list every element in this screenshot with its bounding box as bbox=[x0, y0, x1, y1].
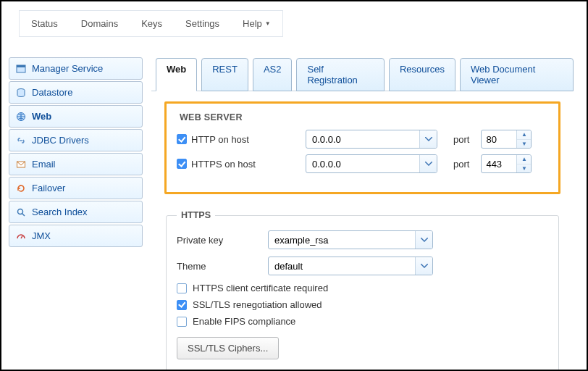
tab-rest[interactable]: REST bbox=[201, 58, 248, 91]
chevron-down-icon[interactable] bbox=[415, 257, 432, 275]
chevron-down-icon[interactable] bbox=[415, 231, 432, 249]
spinner-arrows: ▲ ▼ bbox=[516, 130, 531, 148]
client-cert-label: HTTPS client certificate required bbox=[193, 283, 328, 293]
chevron-down-icon[interactable]: ▼ bbox=[517, 164, 531, 173]
renegotiation-checkbox[interactable] bbox=[177, 300, 187, 310]
https-port-spinner[interactable]: ▲ ▼ bbox=[481, 154, 532, 173]
renegotiation-label: SSL/TLS renegotiation allowed bbox=[193, 299, 322, 310]
tab-row: Web REST AS2 Self Registration Resources… bbox=[156, 57, 574, 91]
tab-resources[interactable]: Resources bbox=[389, 58, 455, 91]
theme-input[interactable] bbox=[269, 257, 415, 275]
main-body: Manager Service Datastore Web JDBC Drive… bbox=[1, 57, 587, 371]
sidebar-item-jmx[interactable]: JMX bbox=[9, 225, 143, 247]
theme-combo[interactable] bbox=[268, 257, 433, 275]
tab-self-registration[interactable]: Self Registration bbox=[296, 58, 384, 91]
sidebar-item-datastore[interactable]: Datastore bbox=[9, 81, 143, 104]
https-title: HTTPS bbox=[177, 210, 215, 220]
https-port-input[interactable] bbox=[482, 155, 516, 172]
sidebar-item-label: Search Index bbox=[32, 207, 88, 217]
tab-web-document-viewer[interactable]: Web Document Viewer bbox=[460, 58, 574, 91]
theme-row: Theme bbox=[177, 257, 548, 275]
tab-web[interactable]: Web bbox=[156, 58, 197, 91]
app-window: Status Domains Keys Settings Help ▼ Mana… bbox=[0, 0, 588, 371]
http-port-input[interactable] bbox=[482, 130, 516, 148]
https-row: HTTPS on host port ▲ ▼ bbox=[177, 154, 548, 173]
private-key-label: Private key bbox=[177, 235, 268, 246]
https-host-input[interactable] bbox=[306, 155, 419, 172]
http-host-input[interactable] bbox=[306, 130, 419, 148]
sidebar-item-manager-service[interactable]: Manager Service bbox=[9, 57, 143, 80]
chevron-down-icon[interactable] bbox=[419, 130, 437, 148]
globe-icon bbox=[15, 111, 26, 122]
sidebar-item-label: Failover bbox=[32, 183, 65, 193]
web-server-section: WEB SERVER HTTP on host port bbox=[164, 101, 560, 194]
svg-rect-1 bbox=[17, 65, 25, 67]
sidebar-item-email[interactable]: Email bbox=[9, 153, 143, 175]
menu-help[interactable]: Help ▼ bbox=[231, 11, 282, 36]
sidebar-item-label: JMX bbox=[32, 230, 51, 241]
menu-status[interactable]: Status bbox=[20, 11, 70, 36]
top-menu: Status Domains Keys Settings Help ▼ bbox=[19, 10, 283, 37]
fips-row: Enable FIPS compliance bbox=[177, 316, 548, 327]
content-area: Web REST AS2 Self Registration Resources… bbox=[143, 57, 587, 371]
sidebar-item-label: Datastore bbox=[32, 87, 72, 98]
https-host-combo[interactable] bbox=[306, 154, 437, 173]
chevron-down-icon[interactable]: ▼ bbox=[517, 140, 531, 149]
theme-label: Theme bbox=[177, 261, 268, 272]
private-key-combo[interactable] bbox=[268, 230, 433, 249]
private-key-input[interactable] bbox=[269, 231, 415, 249]
menu-keys[interactable]: Keys bbox=[130, 11, 174, 36]
link-icon bbox=[15, 135, 26, 146]
web-server-title: WEB SERVER bbox=[180, 112, 548, 122]
client-cert-checkbox[interactable] bbox=[177, 283, 187, 293]
database-icon bbox=[15, 87, 26, 98]
http-host-combo[interactable] bbox=[306, 130, 437, 149]
private-key-row: Private key bbox=[177, 230, 548, 249]
http-row: HTTP on host port ▲ ▼ bbox=[177, 130, 548, 149]
tab-panel-web: WEB SERVER HTTP on host port bbox=[151, 91, 574, 371]
menu-domains[interactable]: Domains bbox=[70, 11, 130, 36]
http-port-label: port bbox=[453, 134, 469, 145]
client-cert-row: HTTPS client certificate required bbox=[177, 283, 548, 293]
http-enabled-checkbox[interactable] bbox=[177, 134, 187, 144]
chevron-up-icon[interactable]: ▲ bbox=[517, 155, 531, 164]
fips-checkbox[interactable] bbox=[177, 317, 187, 327]
sidebar-item-label: Email bbox=[32, 159, 56, 170]
mail-icon bbox=[15, 159, 26, 170]
ssl-tls-ciphers-button[interactable]: SSL/TLS Ciphers... bbox=[177, 337, 279, 359]
https-section: HTTPS Private key Theme bbox=[166, 210, 559, 371]
renegotiation-row: SSL/TLS renegotiation allowed bbox=[177, 299, 548, 310]
gauge-icon bbox=[15, 230, 26, 241]
sidebar-item-web[interactable]: Web bbox=[9, 105, 143, 128]
window-icon bbox=[15, 63, 26, 74]
https-on-host-label: HTTPS on host bbox=[191, 159, 256, 170]
https-port-label: port bbox=[453, 159, 469, 170]
sidebar-item-label: JDBC Drivers bbox=[32, 135, 89, 146]
http-port-spinner[interactable]: ▲ ▼ bbox=[481, 130, 532, 149]
sidebar-item-search-index[interactable]: Search Index bbox=[9, 201, 143, 223]
chevron-down-icon[interactable] bbox=[419, 155, 437, 172]
https-enabled-checkbox[interactable] bbox=[177, 159, 187, 169]
sidebar-item-label: Web bbox=[32, 111, 51, 122]
menu-settings[interactable]: Settings bbox=[174, 11, 231, 36]
sidebar-item-failover[interactable]: Failover bbox=[9, 177, 143, 199]
menu-help-label: Help bbox=[243, 18, 262, 29]
refresh-icon bbox=[15, 183, 26, 193]
svg-line-7 bbox=[21, 235, 22, 238]
http-on-host-label: HTTP on host bbox=[191, 134, 249, 145]
fips-label: Enable FIPS compliance bbox=[193, 316, 295, 327]
top-menu-container: Status Domains Keys Settings Help ▼ bbox=[1, 1, 587, 37]
chevron-up-icon[interactable]: ▲ bbox=[517, 130, 531, 140]
svg-point-5 bbox=[17, 209, 22, 214]
sidebar-item-jdbc-drivers[interactable]: JDBC Drivers bbox=[9, 129, 143, 151]
svg-line-6 bbox=[22, 213, 25, 216]
sidebar: Manager Service Datastore Web JDBC Drive… bbox=[1, 57, 143, 371]
spinner-arrows: ▲ ▼ bbox=[516, 155, 531, 172]
sidebar-item-label: Manager Service bbox=[32, 63, 103, 74]
search-icon bbox=[15, 207, 26, 217]
tab-as2[interactable]: AS2 bbox=[253, 58, 293, 91]
chevron-down-icon: ▼ bbox=[265, 20, 271, 27]
